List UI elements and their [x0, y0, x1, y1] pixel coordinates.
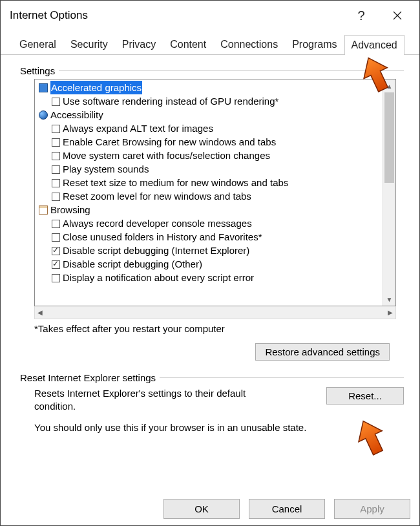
checkbox-icon [52, 247, 60, 255]
chk-label: Disable script debugging (Other) [63, 258, 202, 269]
cat-label: Accessibility [50, 108, 103, 121]
globe-icon [39, 110, 48, 120]
divider [160, 377, 404, 378]
cat-accessibility[interactable]: Accessibility [39, 108, 380, 121]
close-icon [393, 11, 402, 20]
checkbox-icon [52, 98, 60, 106]
chk-label: Use software rendering instead of GPU re… [63, 96, 278, 107]
scroll-left-icon[interactable]: ◀ [37, 309, 43, 316]
scroll-down-icon[interactable]: ▼ [383, 293, 395, 306]
chk-alt-text[interactable]: Always expand ALT text for images [39, 121, 380, 135]
checkbox-icon [52, 152, 60, 160]
cat-browsing[interactable]: Browsing [39, 203, 380, 216]
tab-programs[interactable]: Programs [285, 34, 344, 54]
chk-play-sounds[interactable]: Play system sounds [39, 162, 380, 176]
chk-caret-browsing[interactable]: Enable Caret Browsing for new windows an… [39, 135, 380, 149]
internet-options-window: Internet Options ? General Security Priv… [0, 0, 420, 526]
document-icon [39, 205, 48, 215]
annotation-arrow-2 [355, 418, 387, 457]
chk-label: Always record developer console messages [63, 218, 252, 229]
cat-label: Browsing [50, 203, 90, 216]
body-area: Settings Accelerated graphics Use softwa… [1, 55, 419, 433]
chk-move-caret[interactable]: Move system caret with focus/selection c… [39, 149, 380, 162]
chk-reset-zoom[interactable]: Reset zoom level for new windows and tab… [39, 189, 380, 203]
tab-content[interactable]: Content [163, 34, 213, 54]
scroll-thumb[interactable] [384, 92, 394, 183]
tab-general[interactable]: General [12, 34, 63, 54]
settings-label-text: Settings [20, 65, 55, 76]
settings-tree[interactable]: Accelerated graphics Use software render… [34, 79, 396, 306]
restore-advanced-button[interactable]: Restore advanced settings [255, 343, 390, 361]
vertical-scrollbar[interactable]: ▲ ▼ [383, 79, 395, 306]
dialog-footer: OK Cancel Apply [163, 499, 410, 519]
reset-label-text: Reset Internet Explorer settings [20, 372, 156, 383]
scroll-right-icon[interactable]: ▶ [388, 309, 393, 316]
tab-connections[interactable]: Connections [213, 34, 285, 54]
chk-label: Play system sounds [63, 163, 149, 174]
reset-description: Resets Internet Explorer's settings to t… [34, 387, 286, 413]
chk-label: Close unused folders in History and Favo… [63, 231, 262, 242]
annotation-arrow-1 [360, 55, 392, 94]
checkbox-icon [52, 193, 60, 201]
checkbox-icon [52, 179, 60, 187]
divider [59, 70, 404, 71]
ok-button[interactable]: OK [163, 499, 240, 519]
settings-group-label: Settings [20, 65, 404, 76]
chk-software-rendering[interactable]: Use software rendering instead of GPU re… [39, 94, 380, 108]
chk-label: Always expand ALT text for images [63, 123, 213, 134]
tab-privacy[interactable]: Privacy [115, 34, 163, 54]
monitor-icon [39, 83, 48, 92]
help-button[interactable]: ? [343, 1, 379, 30]
checkbox-icon [52, 125, 60, 133]
settings-tree-content: Accelerated graphics Use software render… [35, 79, 383, 306]
scroll-track[interactable] [383, 92, 395, 293]
tab-security[interactable]: Security [63, 34, 115, 54]
checkbox-icon [52, 260, 60, 269]
chk-label: Disable script debugging (Internet Explo… [63, 245, 249, 256]
reset-group-label: Reset Internet Explorer settings [20, 372, 404, 383]
titlebar: Internet Options ? [1, 1, 419, 30]
cancel-button[interactable]: Cancel [249, 499, 325, 519]
chk-label: Move system caret with focus/selection c… [63, 150, 270, 161]
chk-close-folders[interactable]: Close unused folders in History and Favo… [39, 230, 380, 244]
checkbox-icon [52, 138, 60, 147]
reset-button[interactable]: Reset... [326, 387, 404, 405]
checkbox-icon [52, 220, 60, 228]
checkbox-icon [52, 233, 60, 242]
chk-record-console[interactable]: Always record developer console messages [39, 216, 380, 230]
chk-label: Display a notification about every scrip… [63, 272, 254, 283]
chk-display-notification[interactable]: Display a notification about every scrip… [39, 271, 380, 284]
tab-advanced[interactable]: Advanced [344, 35, 404, 55]
chk-label: Reset text size to medium for new window… [63, 177, 288, 188]
chk-label: Enable Caret Browsing for new windows an… [63, 136, 276, 147]
restart-note: *Takes effect after you restart your com… [34, 323, 404, 334]
reset-warning: You should only use this if your browser… [34, 422, 404, 433]
checkbox-icon [52, 165, 60, 174]
tab-bar: General Security Privacy Content Connect… [1, 30, 419, 55]
close-button[interactable] [379, 1, 415, 30]
cat-label: Accelerated graphics [50, 81, 142, 94]
window-title: Internet Options [10, 9, 343, 22]
chk-label: Reset zoom level for new windows and tab… [63, 191, 251, 202]
horizontal-scrollbar[interactable]: ◀ ▶ [34, 306, 396, 319]
chk-disable-debug-ie[interactable]: Disable script debugging (Internet Explo… [39, 244, 380, 257]
chk-disable-debug-other[interactable]: Disable script debugging (Other) [39, 257, 380, 271]
checkbox-icon [52, 274, 60, 282]
chk-reset-text-size[interactable]: Reset text size to medium for new window… [39, 176, 380, 189]
cat-accelerated-graphics[interactable]: Accelerated graphics [39, 81, 380, 94]
apply-button[interactable]: Apply [334, 499, 410, 519]
